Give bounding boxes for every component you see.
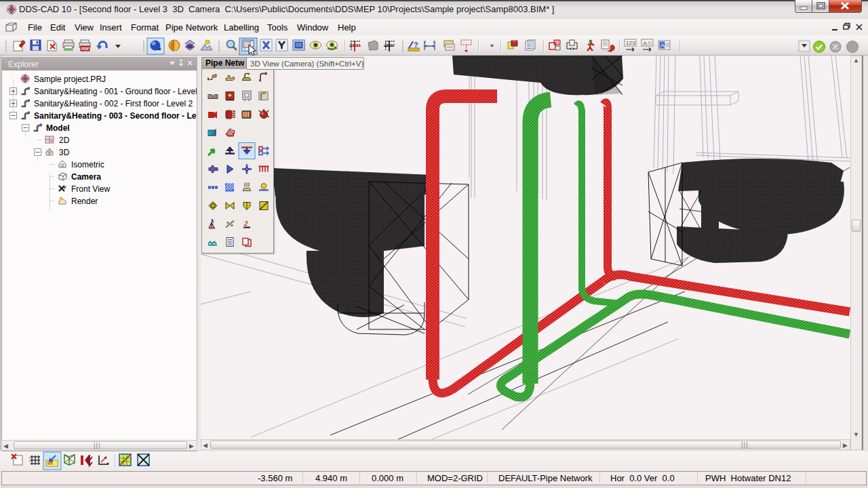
svg-text:?: ? bbox=[414, 41, 418, 49]
svg-text:2: 2 bbox=[243, 219, 248, 227]
svg-text:PDF: PDF bbox=[81, 47, 90, 51]
svg-text:»: » bbox=[490, 42, 494, 49]
svg-text:A: A bbox=[643, 40, 647, 47]
svg-text:A: A bbox=[660, 42, 665, 49]
svg-text:123: 123 bbox=[626, 40, 635, 46]
